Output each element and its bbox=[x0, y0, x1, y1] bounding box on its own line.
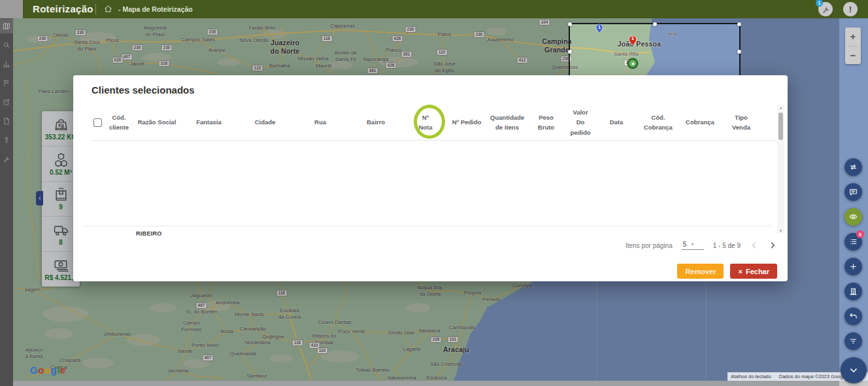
sidebar-item-file[interactable] bbox=[0, 114, 13, 128]
search-icon bbox=[3, 41, 10, 49]
chevron-right-icon bbox=[768, 241, 777, 250]
select-all-checkbox[interactable] bbox=[93, 118, 102, 127]
chevron-left-icon bbox=[37, 196, 42, 201]
chevron-left-icon bbox=[37, 196, 42, 201]
table-scrollbar[interactable] bbox=[777, 105, 784, 234]
app-title: Roteirização bbox=[33, 3, 93, 14]
swap-horizontal-button[interactable] bbox=[844, 158, 862, 176]
page-size-value: 5 bbox=[683, 241, 687, 248]
close-label: Fechar bbox=[746, 268, 769, 275]
selection-handle[interactable] bbox=[737, 22, 741, 26]
page-bottom-strip bbox=[13, 381, 868, 386]
sidebar-item-flag[interactable] bbox=[0, 76, 13, 90]
home-icon[interactable] bbox=[104, 5, 112, 13]
column-header[interactable]: Tipo Venda bbox=[720, 113, 763, 132]
exclamation-icon: ! bbox=[849, 5, 852, 14]
keyboard-shortcuts-link[interactable]: Atalhos do teclado bbox=[731, 374, 771, 379]
pin-icon bbox=[3, 136, 10, 144]
page-size-select[interactable]: 5 bbox=[682, 241, 704, 250]
panel-collapse-button[interactable] bbox=[36, 191, 43, 205]
building-button[interactable] bbox=[844, 283, 862, 300]
column-header[interactable]: Fantasia bbox=[180, 117, 237, 127]
selection-handle[interactable] bbox=[568, 50, 572, 54]
map-marker-green[interactable] bbox=[627, 58, 639, 69]
cubes-icon bbox=[53, 152, 69, 168]
remove-button[interactable]: Remover bbox=[677, 264, 724, 279]
sidebar-item-search[interactable] bbox=[0, 38, 13, 52]
scroll-down-button[interactable] bbox=[778, 227, 784, 234]
notification-badge: 0 bbox=[856, 230, 864, 238]
map-pin-blue[interactable]: 1 bbox=[595, 22, 605, 35]
money-icon bbox=[53, 257, 69, 273]
column-header[interactable]: Cód. Cobrança bbox=[636, 113, 680, 132]
zoom-in-button[interactable]: + bbox=[845, 27, 861, 46]
chat-icon bbox=[849, 188, 858, 196]
sidebar-item-map[interactable] bbox=[0, 19, 13, 33]
sidebar-item-bar-chart[interactable] bbox=[0, 57, 13, 71]
column-header[interactable]: Peso Bruto bbox=[528, 113, 564, 132]
sidebar-rail bbox=[0, 18, 13, 386]
stat-value: 9 bbox=[59, 203, 63, 211]
sidebar-item-wrench[interactable] bbox=[0, 152, 13, 166]
stat-value: 353.22 KG bbox=[45, 133, 76, 141]
undo-button[interactable] bbox=[844, 307, 862, 325]
chevron-down-icon bbox=[848, 364, 860, 376]
column-header[interactable]: Razão Social bbox=[133, 117, 180, 127]
map-pin-red[interactable]: 1 bbox=[627, 33, 639, 48]
column-header[interactable]: Cód. cliente bbox=[105, 113, 133, 132]
truck-icon bbox=[53, 222, 69, 238]
sidebar-item-edit[interactable] bbox=[0, 95, 13, 109]
alerts-button[interactable]: ! bbox=[843, 2, 858, 16]
column-header[interactable]: Nº Pedido bbox=[447, 117, 486, 127]
list-button[interactable]: 0 bbox=[844, 233, 862, 251]
undo-icon bbox=[849, 312, 858, 321]
tools-button[interactable]: 1 bbox=[818, 2, 833, 16]
topbar-corner bbox=[0, 0, 23, 18]
column-header[interactable]: Cobrança bbox=[680, 117, 720, 127]
map-data-credit: Dados do mapa ©2023 Google bbox=[779, 374, 847, 379]
weight-kg-icon: Kg bbox=[53, 116, 69, 133]
pagination: Itens por página 5 1 - 5 de 9 bbox=[626, 241, 777, 250]
flag-icon bbox=[3, 79, 10, 87]
edit-icon bbox=[3, 98, 10, 106]
column-header[interactable]: Data bbox=[597, 117, 636, 127]
selection-handle[interactable] bbox=[653, 22, 657, 26]
breadcrumb: - Mapa de Roteirização bbox=[118, 5, 193, 13]
close-button[interactable]: ×Fechar bbox=[730, 264, 777, 279]
filter-button[interactable] bbox=[844, 332, 862, 350]
column-header[interactable]: Nº Nota bbox=[404, 113, 447, 132]
swap-horizontal-icon bbox=[849, 163, 858, 171]
column-header[interactable]: Cidade bbox=[237, 117, 293, 127]
chevron-left-icon bbox=[750, 241, 759, 250]
selection-handle[interactable] bbox=[737, 50, 741, 54]
selection-handle[interactable] bbox=[568, 22, 572, 26]
google-logo[interactable]: Google bbox=[30, 364, 66, 376]
scrollbar-thumb[interactable] bbox=[778, 113, 783, 140]
stat-value: 8 bbox=[59, 239, 63, 246]
wrench-icon bbox=[822, 5, 830, 14]
filter-icon bbox=[849, 337, 858, 345]
next-page-button[interactable] bbox=[768, 241, 777, 250]
zoom-out-button[interactable]: − bbox=[845, 46, 861, 65]
pagination-range: 1 - 5 de 9 bbox=[713, 242, 741, 249]
column-header[interactable]: Quantidade de itens bbox=[486, 113, 528, 132]
chat-button[interactable] bbox=[844, 183, 862, 201]
bar-chart-icon bbox=[3, 60, 10, 68]
column-header[interactable]: Bairro bbox=[348, 117, 404, 127]
chevron-down-button[interactable] bbox=[841, 357, 867, 383]
plus-button[interactable] bbox=[844, 258, 862, 275]
previous-page-button[interactable] bbox=[750, 241, 759, 250]
file-icon bbox=[3, 117, 10, 125]
sidebar-item-pin[interactable] bbox=[0, 133, 13, 147]
chevron-left-icon bbox=[750, 241, 759, 250]
column-header[interactable]: Rua bbox=[293, 117, 348, 127]
clipped-row-text: RIBEIRO bbox=[136, 230, 162, 236]
column-header[interactable]: Valor Do pedido bbox=[564, 107, 597, 137]
chevron-right-icon bbox=[768, 241, 777, 250]
scroll-up-button[interactable] bbox=[778, 105, 784, 111]
eye-button[interactable] bbox=[844, 208, 862, 226]
plus-icon bbox=[849, 262, 858, 271]
triangle-up-icon bbox=[778, 105, 784, 111]
pin-count: 1 bbox=[595, 24, 605, 30]
building-icon bbox=[849, 287, 858, 296]
